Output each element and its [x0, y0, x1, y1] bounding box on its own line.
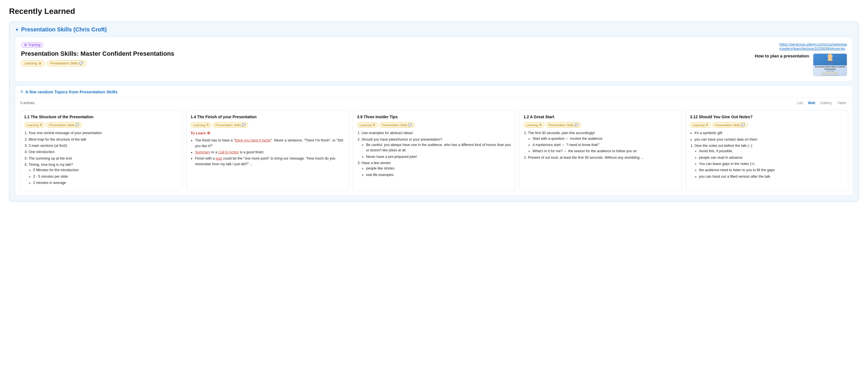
- tag-presentation[interactable]: Presentation Skills 💬: [47, 60, 87, 66]
- thumbnail-image-area: [813, 54, 847, 65]
- list-item: You can leave gaps in the notes (+): [699, 161, 844, 167]
- list-item: 5 Minutes for the introduction: [33, 167, 178, 173]
- course-meta: How to plan a presentation Pr: [755, 54, 847, 76]
- page-title: Recently Learned: [9, 7, 859, 16]
- list-item: people like stories: [366, 166, 511, 171]
- topic-card-2-tag-learning[interactable]: Learning ⚙: [190, 122, 212, 128]
- topics-header: ≡ A few random Topics from Presentation …: [15, 86, 853, 98]
- topic-card-4-tag-learning[interactable]: Learning ⚙: [523, 122, 545, 128]
- tag5-learning-icon: ⚙: [706, 123, 708, 127]
- tag-learning[interactable]: Learning ⚙: [21, 60, 45, 66]
- topic-card-5-title: 3.12 Should You Give Out Notes?: [690, 114, 844, 120]
- tag2-pres-icon: 💬: [242, 123, 246, 127]
- topic-card-3-title: 3.9 Three Insider Tips: [357, 114, 511, 120]
- list-item: The first 30 seconds, plan this accordin…: [528, 130, 678, 154]
- thumbnail-title: Presentation Skills: Master Confident Pr…: [814, 66, 846, 70]
- topic-card-2-tags: Learning ⚙ Presentation Skills 💬: [190, 122, 345, 128]
- list-item: Mind map for the structure of the talk: [29, 137, 178, 142]
- view-list-btn[interactable]: List: [795, 100, 804, 105]
- topic-card-3-content: Use examples for abstract ideas! Should …: [357, 130, 511, 178]
- list-item: Summary or a Call to Action is a good fi…: [195, 150, 345, 155]
- tag3-pres-icon: 💬: [408, 123, 412, 127]
- thumbnail-author: Chris Croft: [814, 70, 846, 72]
- tag-learning-label: Learning: [24, 61, 37, 65]
- list-item: the audience need to listen to you to fi…: [699, 167, 844, 173]
- course-link[interactable]: https://sergroup.udemy.com/course/presem…: [779, 42, 847, 51]
- topic-card-4-tag-presentation[interactable]: Presentation Skills 💬: [546, 122, 582, 128]
- list-item: you can hand out a filled version after …: [699, 174, 844, 180]
- tag-presentation-label: Presentation Skills: [50, 61, 78, 65]
- topic-card-4-title: 1.2 A Great Start: [523, 114, 678, 120]
- entries-row: 5 entries List Wall Gallery Table: [15, 98, 853, 105]
- tag-presentation-icon: 💬: [79, 61, 83, 65]
- topic-card-5: 3.12 Should You Give Out Notes? Learning…: [686, 110, 848, 191]
- to-learn-icon: ⚙: [207, 130, 210, 136]
- topic-card-1-tags: Learning ⚙ Presentation Skills 💬: [24, 122, 178, 128]
- list-item: Timing, how long is my talk? 5 Minutes f…: [29, 162, 178, 186]
- list-item: It's a symbolic gift: [694, 130, 844, 136]
- section-title: Presentation Skills (Chris Croft): [21, 26, 107, 33]
- course-title: Presentation Skills: Master Confident Pr…: [21, 50, 749, 58]
- view-table-btn[interactable]: Table: [835, 100, 848, 105]
- list-item: Have a few stories people like stories r…: [362, 160, 511, 178]
- topic-card-3-tag-learning[interactable]: Learning ⚙: [357, 122, 378, 128]
- topics-title: A few random Topics from Presentation Sk…: [25, 89, 118, 94]
- list-item: you can have your contact data on them: [694, 137, 844, 142]
- list-item: Be careful, you always have one in the a…: [366, 142, 511, 153]
- tag1-pres-icon: 💬: [75, 123, 79, 127]
- topic-card-1-tag-presentation[interactable]: Presentation Skills 💬: [46, 122, 82, 128]
- topic-card-2-title: 1.4 The Finish of your Presentation: [190, 114, 345, 120]
- list-item: One introduction: [29, 150, 178, 155]
- topic-card-4-content: The first 30 seconds, plan this accordin…: [523, 130, 678, 160]
- topic-card-1-title: 1.1 The Structure of the Presentation: [24, 114, 178, 120]
- list-item: The finish has to have a "there you have…: [195, 138, 345, 149]
- topic-card-1-tag-learning[interactable]: Learning ⚙: [24, 122, 45, 128]
- topic-card-5-tag-presentation[interactable]: Presentation Skills 💬: [712, 122, 748, 128]
- thumbnail-rating: 4.6 ★★★★☆ (23,084): [814, 72, 846, 74]
- list-item: people can read in advance: [699, 155, 844, 160]
- tag4-learning-icon: ⚙: [539, 123, 542, 127]
- tag-learning-icon: ⚙: [38, 61, 42, 65]
- topics-section: ≡ A few random Topics from Presentation …: [15, 86, 853, 196]
- topic-card-3: 3.9 Three Insider Tips Learning ⚙ Presen…: [353, 110, 515, 191]
- topic-card-2-tag-presentation[interactable]: Presentation Skills 💬: [213, 122, 249, 128]
- entries-count: 5 entries: [20, 101, 35, 105]
- list-item: 2 - 5 minutes per slide: [33, 174, 178, 180]
- training-badge-label: Training: [28, 43, 40, 47]
- tag3-learning-icon: ⚙: [373, 123, 375, 127]
- quiz-link[interactable]: quiz: [216, 157, 222, 160]
- svg-point-0: [828, 54, 833, 59]
- course-card-right: https://sergroup.udemy.com/course/presem…: [755, 42, 847, 76]
- list-item: Should you have jokes/humor in your pres…: [362, 137, 511, 160]
- topic-card-2-content: To Learn ⚙ The finish has to have a "the…: [190, 130, 345, 167]
- view-wall-btn[interactable]: Wall: [806, 100, 817, 105]
- tag5-pres-icon: 💬: [741, 123, 745, 127]
- topic-card-5-content: It's a symbolic gift you can have your c…: [690, 130, 844, 180]
- thumbnail-text-block: Presentation Skills: Master Confident Pr…: [813, 65, 847, 76]
- list-item: What's in it for me? ← the reason for th…: [532, 149, 678, 154]
- topic-card-4-tags: Learning ⚙ Presentation Skills 💬: [523, 122, 678, 128]
- topic-card-3-tag-presentation[interactable]: Presentation Skills 💬: [379, 122, 415, 128]
- wall-grid: 1.1 The Structure of the Presentation Le…: [15, 105, 853, 195]
- course-meta-text: How to plan a presentation: [755, 54, 809, 58]
- how-to-plan-label: How to plan a presentation: [755, 54, 809, 58]
- view-gallery-btn[interactable]: Gallery: [819, 100, 834, 105]
- call-to-action-link[interactable]: Call to Action: [218, 150, 239, 154]
- topic-card-5-tag-learning[interactable]: Learning ⚙: [690, 122, 711, 128]
- list-item: Never have a pre-prepared joke!: [366, 154, 511, 160]
- training-badge: ⚙ Training: [21, 42, 43, 48]
- list-item: 3 main sections (at first!): [29, 143, 178, 149]
- thumbnail-learners: 479k learners 34 Lectures: [814, 74, 846, 76]
- topic-card-5-tags: Learning ⚙ Presentation Skills 💬: [690, 122, 844, 128]
- course-card: ⚙ Training Presentation Skills: Master C…: [15, 37, 853, 82]
- list-item: Give the notes out before the talk (--) …: [694, 143, 844, 180]
- topic-card-1: 1.1 The Structure of the Presentation Le…: [20, 110, 182, 191]
- topic-card-4: 1.2 A Great Start Learning ⚙ Presentatio…: [519, 110, 682, 191]
- list-item: real life examples: [366, 172, 511, 178]
- there-you-have-it-link[interactable]: there you have it factor: [235, 138, 271, 142]
- section-toggle[interactable]: ▼: [15, 27, 19, 32]
- topic-card-1-content: Your one central message of your present…: [24, 130, 178, 186]
- course-card-main: ⚙ Training Presentation Skills: Master C…: [21, 42, 749, 66]
- list-item: 2 minutes in average: [33, 180, 178, 186]
- summary-link[interactable]: Summary: [195, 150, 210, 154]
